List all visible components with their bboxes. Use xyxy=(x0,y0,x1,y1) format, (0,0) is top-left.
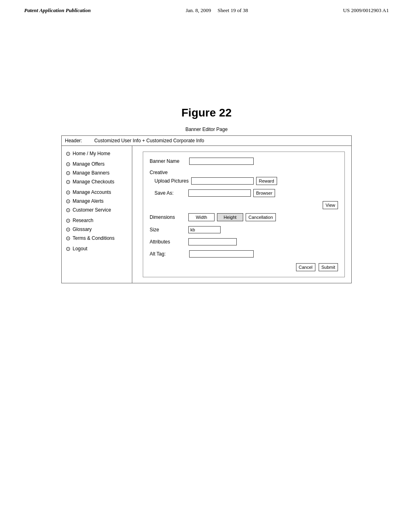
sidebar-item-home[interactable]: ⊙ Home / My Home xyxy=(62,149,132,158)
size-input[interactable]: kb xyxy=(188,226,221,233)
size-label: Size xyxy=(150,227,186,233)
logout-icon: ⊙ xyxy=(66,246,71,251)
cancel-button[interactable]: Cancel xyxy=(296,263,315,271)
upload-pictures-input[interactable] xyxy=(191,177,254,185)
sidebar-item-manage-offers[interactable]: ⊙ Manage Offers xyxy=(62,160,132,168)
home-icon: ⊙ xyxy=(66,151,71,156)
header-label: Header: xyxy=(65,138,82,143)
sidebar-item-customer-service[interactable]: ⊙ Customer Service xyxy=(62,206,132,214)
submit-button[interactable]: Submit xyxy=(319,263,338,271)
sidebar-item-logout[interactable]: ⊙ Logout xyxy=(62,244,132,253)
sidebar-label-manage-accounts: Manage Accounts xyxy=(73,189,111,195)
view-button[interactable]: View xyxy=(323,201,338,209)
cancellation-button[interactable]: Cancellation xyxy=(246,213,276,221)
upload-pictures-label: Upload Pictures xyxy=(150,178,189,184)
save-as-label: Save As: xyxy=(150,190,186,196)
sidebar-item-manage-alerts[interactable]: ⊙ Manage Alerts xyxy=(62,197,132,206)
patent-header: Patent Application Publication Jan. 8, 2… xyxy=(0,0,413,18)
sidebar: ⊙ Home / My Home ⊙ Manage Offers ⊙ Manag… xyxy=(62,146,132,283)
glossary-icon: ⊙ xyxy=(66,227,71,232)
header-value: Customized User Info + Customized Corpor… xyxy=(94,138,204,143)
sidebar-label-manage-alerts: Manage Alerts xyxy=(73,198,104,204)
manage-offers-icon: ⊙ xyxy=(66,161,71,167)
research-icon: ⊙ xyxy=(66,218,71,223)
sidebar-label-manage-checkouts: Manage Checkouts xyxy=(73,179,114,185)
size-unit: kb xyxy=(190,227,195,232)
alt-tag-input[interactable] xyxy=(189,250,254,258)
header-row: Header: Customized User Info + Customize… xyxy=(62,136,351,146)
sidebar-item-manage-banners[interactable]: ⊙ Manage Banners xyxy=(62,168,132,177)
sidebar-label-manage-banners: Manage Banners xyxy=(73,170,109,176)
sidebar-item-glossary[interactable]: ⊙ Glossary xyxy=(62,225,132,234)
upload-pictures-row: Upload Pictures Reward xyxy=(150,177,338,185)
manage-banners-icon: ⊙ xyxy=(66,170,71,176)
main-content: Banner Name Creative Upload Pictures Rew… xyxy=(132,146,351,283)
sidebar-item-manage-accounts[interactable]: ⊙ Manage Accounts xyxy=(62,188,132,197)
reward-button[interactable]: Reward xyxy=(256,177,277,185)
form-buttons: Cancel Submit xyxy=(150,263,338,271)
sheet-info: Sheet 19 of 38 xyxy=(218,7,248,13)
banner-name-label: Banner Name xyxy=(150,158,186,164)
height-button[interactable]: Height xyxy=(217,213,243,221)
save-as-row: Save As: Browser xyxy=(150,189,338,197)
alt-tag-label: Alt Tag: xyxy=(150,251,186,257)
customer-service-icon: ⊙ xyxy=(66,207,71,213)
sidebar-item-manage-checkouts[interactable]: ⊙ Manage Checkouts xyxy=(62,177,132,186)
sidebar-label-glossary: Glossary xyxy=(73,227,92,232)
sidebar-label-logout: Logout xyxy=(73,246,88,251)
inner-panel: Banner Name Creative Upload Pictures Rew… xyxy=(143,152,345,277)
sidebar-item-research[interactable]: ⊙ Research xyxy=(62,216,132,225)
banner-name-input[interactable] xyxy=(189,158,254,165)
sidebar-label-customer-service: Customer Service xyxy=(73,207,111,213)
terms-icon: ⊙ xyxy=(66,235,71,241)
sidebar-label-terms: Terms & Conditions xyxy=(73,235,115,241)
dimensions-label: Dimensions xyxy=(150,214,186,220)
patent-header-center: Jan. 8, 2009 Sheet 19 of 38 xyxy=(186,7,248,14)
creative-label: Creative xyxy=(150,170,338,175)
manage-accounts-icon: ⊙ xyxy=(66,189,71,195)
patent-header-left: Patent Application Publication xyxy=(24,7,91,14)
manage-alerts-icon: ⊙ xyxy=(66,198,71,204)
sidebar-label-manage-offers: Manage Offers xyxy=(73,161,104,167)
save-as-input[interactable] xyxy=(188,189,251,197)
page-label: Banner Editor Page xyxy=(0,127,413,132)
size-row: Size kb xyxy=(150,226,338,233)
ui-body: ⊙ Home / My Home ⊙ Manage Offers ⊙ Manag… xyxy=(62,146,351,283)
attributes-label: Attributes xyxy=(150,239,186,245)
browser-button[interactable]: Browser xyxy=(253,189,275,197)
attributes-row: Attributes xyxy=(150,238,338,245)
figure-title: Figure 22 xyxy=(0,106,413,119)
width-button[interactable]: Width xyxy=(188,213,215,221)
banner-name-row: Banner Name xyxy=(150,158,338,165)
sidebar-label-research: Research xyxy=(73,218,93,223)
sidebar-label-home: Home / My Home xyxy=(73,151,110,156)
alt-tag-row: Alt Tag: xyxy=(150,250,338,258)
patent-header-right: US 2009/0012903 A1 xyxy=(343,7,389,14)
dimensions-row: Dimensions Width Height Cancellation xyxy=(150,213,338,221)
attributes-input[interactable] xyxy=(188,238,237,245)
ui-wireframe: Header: Customized User Info + Customize… xyxy=(61,135,352,283)
manage-checkouts-icon: ⊙ xyxy=(66,179,71,185)
sidebar-item-terms[interactable]: ⊙ Terms & Conditions xyxy=(62,234,132,243)
